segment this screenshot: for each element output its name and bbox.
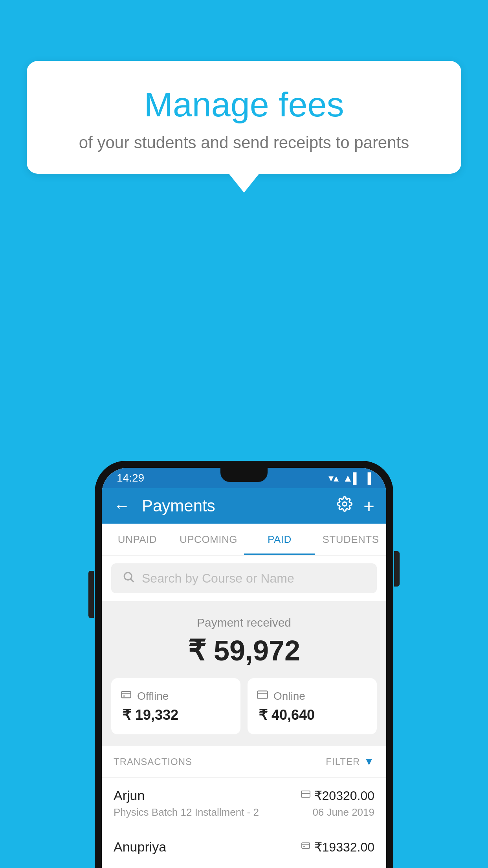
transaction-course: Physics Batch 12 Installment - 2 [114,806,259,818]
svg-point-0 [343,502,347,506]
svg-line-2 [131,579,134,582]
online-payment-card: Online ₹ 40,640 [248,678,377,734]
svg-rect-3 [121,691,130,698]
svg-rect-10 [302,843,310,848]
transaction-amount: ₹19332.00 [301,840,374,855]
offline-icon [121,689,132,703]
transaction-top: Anupriya ₹19332.00 [114,839,374,855]
online-icon [257,689,268,703]
transaction-date: 06 June 2019 [312,806,374,818]
offline-label: Offline [121,689,169,703]
signal-icon: ▲▌ [343,472,360,484]
search-icon [122,570,135,586]
offline-payment-card: Offline ₹ 19,332 [111,678,240,734]
transaction-amount: ₹20320.00 [301,788,374,803]
search-container: Search by Course or Name [102,555,386,601]
offline-payment-icon [301,841,310,853]
tab-unpaid[interactable]: UNPAID [102,524,173,555]
offline-amount: ₹ 19,332 [122,707,178,723]
filter-icon: ▼ [364,756,374,768]
transaction-top: Arjun ₹20320.00 [114,788,374,803]
tooltip-title: Manage fees [46,85,442,125]
transaction-row[interactable]: Arjun ₹20320.00 Physics Batch 12 Install… [102,777,386,829]
transactions-label: TRANSACTIONS [114,756,192,767]
wifi-icon: ▾▴ [328,472,339,484]
tab-upcoming[interactable]: UPCOMING [173,524,244,555]
svg-rect-6 [257,691,268,699]
tooltip-card: Manage fees of your students and send re… [27,61,461,174]
back-button[interactable]: ← [114,497,130,515]
transactions-header: TRANSACTIONS FILTER ▼ [102,746,386,777]
tab-paid[interactable]: PAID [244,524,315,555]
transaction-name: Anupriya [114,839,166,855]
payment-cards: Offline ₹ 19,332 Online [111,678,377,734]
phone-notch [220,468,268,482]
transaction-name: Arjun [114,788,145,803]
transaction-bottom: Physics Batch 12 Installment - 2 06 June… [114,806,374,818]
svg-rect-8 [301,791,310,797]
payment-received-label: Payment received [111,616,377,629]
search-bar[interactable]: Search by Course or Name [111,563,377,593]
phone-mockup: 14:29 ▾▴ ▲▌ ▐ ← Payments [95,461,393,868]
status-time: 14:29 [117,472,144,484]
header-title: Payments [142,497,329,515]
header-icons: + [337,495,374,517]
filter-button[interactable]: FILTER ▼ [326,756,374,768]
online-label: Online [257,689,305,703]
tabs-bar: UNPAID UPCOMING PAID STUDENTS [102,524,386,555]
search-placeholder: Search by Course or Name [142,571,294,586]
tooltip-subtitle: of your students and send receipts to pa… [46,133,442,152]
payment-total-amount: ₹ 59,972 [111,634,377,667]
online-amount: ₹ 40,640 [259,707,315,723]
status-icons: ▾▴ ▲▌ ▐ [328,472,371,484]
settings-icon[interactable] [337,496,352,516]
transaction-row[interactable]: Anupriya ₹19332.00 [102,829,386,868]
svg-point-1 [124,572,132,580]
online-payment-icon [301,789,310,802]
payment-summary: Payment received ₹ 59,972 [102,601,386,746]
battery-icon: ▐ [364,472,371,484]
app-header: ← Payments + [102,488,386,524]
add-payment-button[interactable]: + [363,495,374,517]
tab-students[interactable]: STUDENTS [315,524,386,555]
